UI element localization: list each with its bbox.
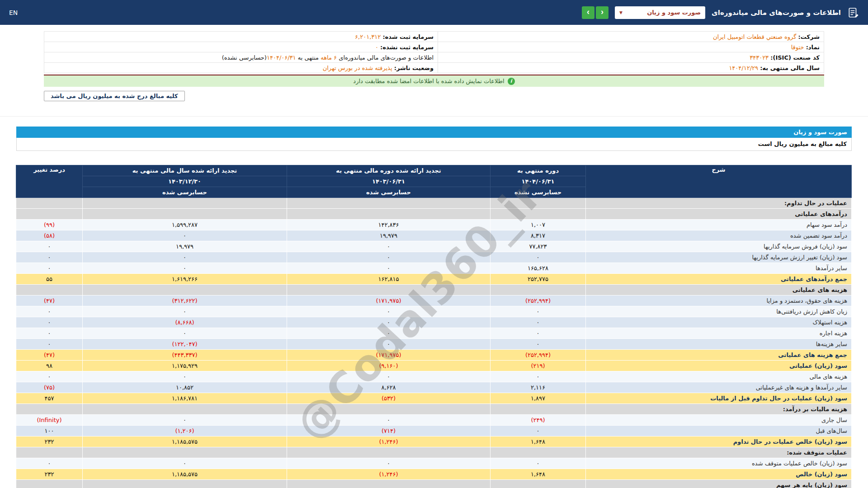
cell-value: (۱۲۲,۰۴۷)	[83, 339, 287, 350]
cell-value: (۲۱۹)	[491, 361, 586, 371]
cell-value: ۰	[491, 252, 586, 263]
table-row: سال‌های قبل۰(۷۱۴)(۱,۲۰۶)۱۰۰	[16, 426, 852, 436]
isic-cell: کد صنعت (ISIC): ۳۴۳۰۲۳	[438, 52, 824, 63]
cell-value: ۸,۶۲۸	[287, 382, 491, 393]
cell-value: ۱۴۲,۸۳۶	[287, 220, 491, 230]
header-separator	[0, 116, 868, 117]
cell-value: ۰	[491, 371, 586, 382]
income-statement-table: شرح دوره منتهی به تجدید ارائه شده دوره م…	[16, 165, 852, 488]
table-row: سایر درآمدها۱۶۵,۶۲۸۰۰۰	[16, 263, 852, 274]
col-header-restated-period: تجدید ارائه شده دوره مالی منتهی به	[287, 165, 491, 176]
row-label: سود (زیان) خالص	[586, 469, 852, 480]
next-statement-button[interactable]: ›	[582, 6, 594, 19]
cell-value: ۰	[491, 306, 586, 317]
table-row: هزینه های مالی۰۰۰۰	[16, 371, 852, 382]
row-label: سود (زیان) خالص عملیات در حال تداوم	[586, 436, 852, 447]
statement-type-dropdown[interactable]: صورت سود و زیان ▼	[615, 6, 705, 19]
statement-section: صورت سود و زیان کلیه مبالغ به میلیون ریا…	[0, 127, 868, 488]
cell-value: ۰	[83, 415, 287, 426]
cell-value: (۲۴۹)	[491, 415, 586, 426]
row-label: سود (زیان) فروش سرمایه گذاریها	[586, 241, 852, 252]
symbol-label: نماد:	[806, 44, 820, 51]
company-name-link[interactable]: گروه صنعتي قطعات اتومبيل ايران	[713, 33, 796, 40]
cell-value: ۰	[16, 241, 83, 252]
col-audit-restated-period: حسابرسی شده	[287, 187, 491, 198]
cell-value: (۷۱۴)	[287, 426, 491, 436]
table-row: هزینه مالیات بر درآمد:	[16, 404, 852, 415]
cell-value: ۰	[491, 339, 586, 350]
cell-value: ۰	[83, 328, 287, 339]
cell-value	[83, 447, 287, 458]
col-date-current-period: ۱۴۰۴/۰۶/۳۱	[491, 176, 586, 187]
cell-value: (۴۴۳,۳۳۷)	[83, 350, 287, 361]
cell-value: ۴۵۷	[16, 393, 83, 404]
cell-value: (۱,۲۰۶)	[83, 426, 287, 436]
fiscal-year-cell: سال مالی منتهی به: ۱۴۰۴/۱۲/۲۹	[438, 63, 824, 73]
table-row: جمع درآمدهای عملیاتی۲۵۲,۷۷۵۱۶۲,۸۱۵۱,۶۱۹,…	[16, 274, 852, 285]
financial-report-icon[interactable]	[847, 7, 859, 19]
cell-value: (۱,۲۴۶)	[287, 469, 491, 480]
row-label: عملیات متوقف شده:	[586, 447, 852, 458]
cell-value	[491, 480, 586, 488]
cell-value: ۰	[491, 426, 586, 436]
prev-statement-button[interactable]: ‹	[596, 6, 609, 19]
top-bar: اطلاعات و صورت‌های مالی میاندوره‌ای صورت…	[0, 0, 868, 25]
language-toggle[interactable]: EN	[9, 9, 18, 16]
cell-value: ۱۰,۸۵۲	[83, 382, 287, 393]
fiscal-year-label: سال مالی منتهی به:	[760, 65, 820, 71]
table-row: هزینه های حقوق، دستمزد و مزایا(۲۵۲,۹۹۴)(…	[16, 296, 852, 306]
cell-value: ۰	[287, 458, 491, 469]
table-row: شرکت: گروه صنعتي قطعات اتومبيل ايران سرم…	[44, 32, 824, 42]
row-label: هزینه های مالی	[586, 371, 852, 382]
cell-value: ۰	[287, 306, 491, 317]
publisher-status-value: پذيرفته شده در بورس تهران	[323, 65, 392, 71]
signature-match-notice: i اطلاعات نمایش داده شده با اطلاعات امضا…	[44, 75, 824, 87]
table-row: نماد: ختوقا سرمایه ثبت نشده: ۰	[44, 42, 824, 52]
cell-value: (۷۵)	[16, 382, 83, 393]
cell-value: ۰	[491, 328, 586, 339]
fiscal-year-value: ۱۴۰۴/۱۲/۲۹	[729, 65, 758, 71]
table-row: سایر درآمدها و هزینه های غیرعملیاتی۲,۱۱۶…	[16, 382, 852, 393]
cell-value	[491, 404, 586, 415]
row-label: درآمد سود تضمین شده	[586, 230, 852, 241]
cell-value: ۰	[83, 306, 287, 317]
row-label: سایر درآمدها و هزینه های غیرعملیاتی	[586, 382, 852, 393]
statement-nav: ‹ ›	[582, 6, 609, 19]
row-label: هزینه اجاره	[586, 328, 852, 339]
cell-value: ۱۰۰	[16, 426, 83, 436]
table-row: درآمد سود تضمین شده۸,۳۱۷۱۹,۹۷۹۰(۵۸)	[16, 230, 852, 241]
cell-value	[83, 198, 287, 209]
cell-value: ۰	[287, 241, 491, 252]
units-note-box: کلیه مبالغ درج شده به میلیون ریال می باش…	[44, 91, 185, 101]
company-info-section: شرکت: گروه صنعتي قطعات اتومبيل ايران سرم…	[0, 25, 868, 101]
row-label: سایر هزینه‌ها	[586, 339, 852, 350]
cell-value: ۱,۵۹۹,۲۸۷	[83, 220, 287, 230]
isic-label: کد صنعت (ISIC):	[770, 54, 820, 61]
cell-value: ۰	[287, 339, 491, 350]
table-row: سود (زیان) پایه هر سهم	[16, 480, 852, 488]
symbol-link[interactable]: ختوقا	[791, 44, 804, 51]
cell-value: ۲۳۲	[16, 469, 83, 480]
table-row: درآمد سود سهام۱,۰۰۷۱۴۲,۸۳۶۱,۵۹۹,۲۸۷(۹۹)	[16, 220, 852, 230]
company-info-table: شرکت: گروه صنعتي قطعات اتومبيل ايران سرم…	[44, 31, 824, 73]
cell-value	[287, 285, 491, 296]
table-row: سال جاری(۲۴۹)۰۰(Infinity)	[16, 415, 852, 426]
cell-value: ۲۳۲	[16, 436, 83, 447]
period-prefix: اطلاعات و صورت‌های مالی میاندوره‌ای	[337, 54, 434, 61]
row-label: درآمدهای عملیاتی	[586, 209, 852, 220]
cell-value: ۱,۶۴۸	[491, 469, 586, 480]
cell-value: ۷۷,۸۲۳	[491, 241, 586, 252]
cell-value: ۸,۳۱۷	[491, 230, 586, 241]
cell-value	[83, 404, 287, 415]
cell-value: ۱,۰۰۷	[491, 220, 586, 230]
row-label: هزینه های عملیاتی	[586, 285, 852, 296]
table-row: سود (زیان) عملیات در حال تداوم قبل از ما…	[16, 393, 852, 404]
col-audit-restated-year: حسابرسی شده	[83, 187, 287, 198]
cell-value	[287, 404, 491, 415]
cell-value: ۱۶۲,۸۱۵	[287, 274, 491, 285]
cell-value: (۹,۱۶۰)	[287, 361, 491, 371]
row-label: درآمد سود سهام	[586, 220, 852, 230]
cell-value	[287, 209, 491, 220]
cell-value: ۲۵۲,۷۷۵	[491, 274, 586, 285]
statement-units-note: کلیه مبالغ به میلیون ریال است	[16, 138, 852, 151]
